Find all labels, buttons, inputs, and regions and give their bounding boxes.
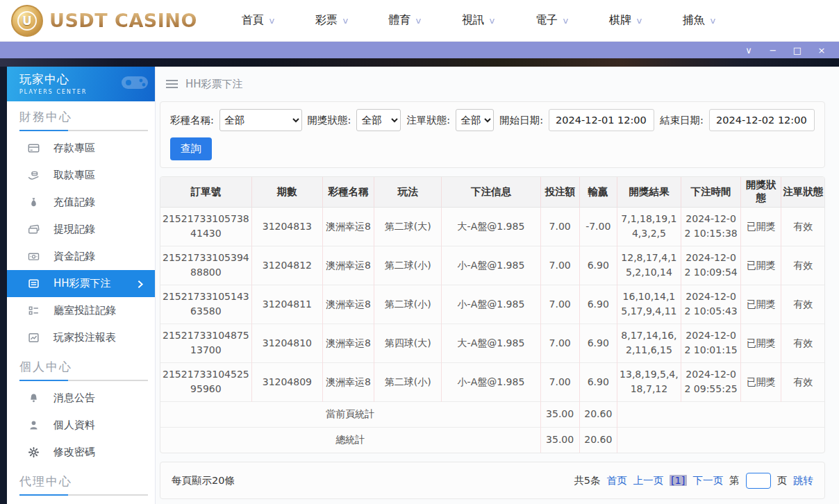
table-cell: 7.00	[540, 246, 579, 285]
column-header: 下注時間	[681, 177, 741, 207]
sidebar-item-label: 廳室投註記錄	[53, 304, 116, 317]
window-panel-collapse-icon[interactable]: ∨	[744, 46, 754, 55]
top-nav-item[interactable]: 彩票 ∨	[315, 13, 349, 28]
filter-panel: 彩種名稱: 全部 開獎狀態: 全部 注單狀態: 全部 開始日期: 結束日期:	[160, 101, 825, 168]
end-date-input[interactable]	[709, 109, 815, 131]
total-count-text: 共5条	[574, 474, 600, 487]
gear-icon	[28, 446, 40, 458]
window-maximize-icon[interactable]: □	[792, 46, 802, 55]
withdraw-hand-icon	[28, 169, 40, 181]
nav-item-label: 首頁	[242, 13, 264, 28]
page-jump-input[interactable]	[746, 473, 771, 489]
coin-monogram: U	[17, 11, 37, 31]
table-cell: -7.00	[579, 207, 617, 246]
section-title-personal: 個人中心	[19, 359, 142, 375]
column-header: 訂單號	[160, 177, 251, 207]
usdt-coin-icon: U	[11, 5, 43, 37]
top-nav-item[interactable]: 首頁 ∨	[242, 13, 275, 28]
order-status-select[interactable]: 全部	[456, 109, 494, 131]
next-page-link[interactable]: 下一页	[693, 474, 724, 487]
table-cell: 2152173310487513700	[160, 324, 251, 362]
chevron-down-icon: ∨	[268, 16, 276, 26]
money-bag-icon	[28, 196, 40, 208]
lottery-type-select[interactable]: 全部	[219, 109, 302, 131]
top-nav-item[interactable]: 視訊 ∨	[462, 13, 495, 28]
current-page-indicator[interactable]: [1]	[670, 475, 687, 486]
table-cell: 7,1,18,19,14,3,2,5	[617, 207, 681, 246]
draw-status-select[interactable]: 全部	[356, 109, 401, 131]
table-cell: 6.90	[579, 246, 617, 285]
pagination-bar: 每頁顯示20條 共5条 首页 上一页 [1] 下一页 第 页 跳转	[160, 462, 825, 499]
table-cell: 有效	[781, 207, 824, 246]
nav-item-label: 捕魚	[683, 13, 705, 28]
page-summary-row: 當前頁統計 35.00 20.60	[160, 401, 824, 427]
chevron-down-icon: ∨	[415, 16, 422, 26]
start-date-input[interactable]	[549, 109, 654, 131]
table-cell: 大-A盤@1.985	[442, 207, 540, 246]
sidebar-item-funds-record[interactable]: 資金記錄	[7, 243, 155, 270]
summary-winloss-cell: 20.60	[579, 401, 617, 427]
table-cell: 31204809	[251, 362, 322, 401]
top-nav-item[interactable]: 體育 ∨	[388, 13, 422, 28]
table-header-row: 訂單號期數彩種名稱玩法下注信息投注額輸贏開獎結果下注時間開獎狀態注單狀態	[160, 177, 824, 207]
top-nav-item[interactable]: 棋牌 ∨	[609, 13, 642, 28]
table-cell: 有效	[781, 246, 824, 285]
table-cell: 已開獎	[741, 285, 781, 324]
sidebar-item-label: 取款專區	[53, 169, 95, 182]
table-cell: 2024-12-02 10:15:38	[681, 207, 741, 246]
table-cell: 已開獎	[741, 324, 781, 362]
lottery-type-label: 彩種名稱:	[170, 114, 214, 127]
brand-logo[interactable]: U USDT CASINO	[11, 5, 197, 37]
top-nav-item[interactable]: 捕魚 ∨	[683, 13, 716, 28]
table-cell: 2024-12-02 09:55:25	[681, 362, 741, 401]
summary-label-cell: 總統計	[160, 427, 540, 453]
end-date-label: 結束日期:	[660, 114, 704, 127]
table-cell: 澳洲幸运8	[322, 324, 374, 362]
section-title-agent: 代理中心	[19, 473, 142, 489]
sidebar-item-player-bet-report[interactable]: 玩家投注報表	[7, 324, 155, 351]
table-cell: 有效	[781, 324, 824, 362]
sidebar-item-withdrawal-record[interactable]: 提現記錄	[7, 216, 155, 243]
table-cell: 小-A盤@1.985	[442, 285, 540, 324]
sidebar-item-deposit[interactable]: 存款專區	[7, 135, 155, 162]
sidebar-item-hall-bet-record[interactable]: 廳室投註記錄	[7, 297, 155, 324]
jump-action-link[interactable]: 跳转	[793, 474, 813, 487]
chevron-down-icon: ∨	[342, 16, 349, 26]
sidebar-item-change-password[interactable]: 修改密碼	[7, 439, 155, 466]
bell-icon	[28, 392, 40, 404]
section-divider	[19, 494, 148, 496]
table-cell: 8,17,14,16,2,11,6,15	[617, 324, 681, 362]
sidebar-item-hh-lottery-bets[interactable]: HH彩票下注	[7, 270, 155, 297]
top-nav-item[interactable]: 電子 ∨	[535, 13, 569, 28]
sidebar-item-profile[interactable]: 個人資料	[7, 412, 155, 439]
column-header: 注單狀態	[781, 177, 824, 207]
table-cell: 6.90	[579, 285, 617, 324]
search-button[interactable]: 查詢	[170, 137, 212, 160]
hamburger-menu-icon[interactable]	[166, 79, 178, 89]
sidebar-item-announcements[interactable]: 消息公告	[7, 385, 155, 412]
sidebar-item-label: 玩家投注報表	[53, 331, 116, 344]
table-cell: 小-A盤@1.985	[442, 362, 540, 401]
chevron-down-icon: ∨	[488, 16, 496, 26]
sidebar-item-label: 資金記錄	[53, 250, 95, 263]
table-cell: 31204812	[251, 246, 322, 285]
table-cell: 第四球(大)	[374, 324, 442, 362]
sidebar-item-label: HH彩票下注	[53, 277, 111, 290]
table-body: 215217331057384143031204813 澳洲幸运8第二球(大) …	[160, 207, 824, 401]
column-header: 玩法	[374, 177, 442, 207]
window-close-icon[interactable]: ×	[817, 46, 826, 55]
breadcrumb: HH彩票下注	[160, 67, 825, 101]
section-divider	[19, 130, 148, 131]
sidebar-item-label: 修改密碼	[53, 446, 95, 459]
deposit-card-icon	[28, 142, 40, 154]
sidebar-item-withdraw[interactable]: 取款專區	[7, 162, 155, 189]
sidebar-item-label: 個人資料	[53, 419, 95, 432]
table-row: 215217331045259596031204809 澳洲幸运8第二球(小) …	[160, 362, 824, 401]
window-minimize-icon[interactable]: −	[768, 46, 778, 55]
sidebar-header: 玩家中心 PLAYERS CENTER	[7, 67, 155, 101]
background-strip	[0, 58, 839, 67]
prev-page-link[interactable]: 上一页	[633, 474, 663, 487]
sidebar-item-recharge-record[interactable]: 充值記錄	[7, 189, 155, 216]
summary-empty-cell	[617, 401, 824, 427]
first-page-link[interactable]: 首页	[606, 474, 626, 487]
